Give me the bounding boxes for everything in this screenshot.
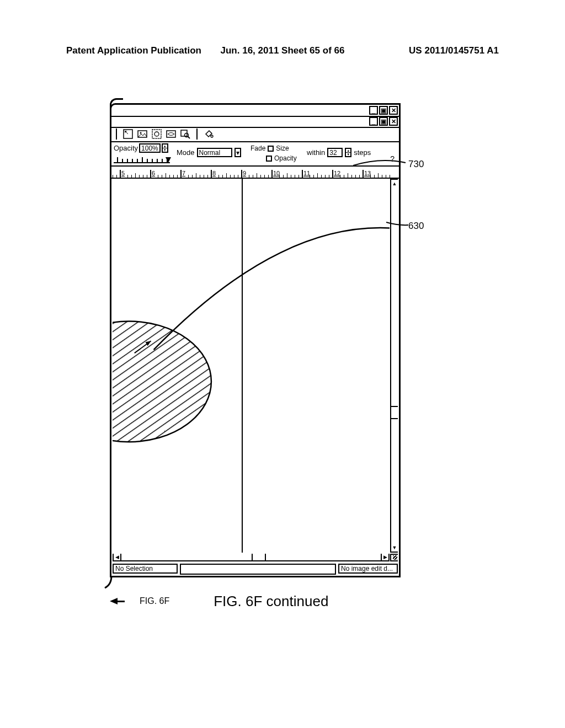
svg-line-8 — [188, 137, 190, 139]
scroll-down-icon[interactable]: ▼ — [391, 544, 398, 552]
horizontal-scrollbar[interactable]: ◀ ▶ — [113, 554, 390, 561]
options-bar: Opacity 100% ▲▼ Mode Normal ▾ — [113, 142, 398, 164]
status-selection: No Selection — [113, 564, 178, 574]
within-label: within — [307, 148, 325, 157]
mode-dropdown[interactable]: Normal — [197, 148, 232, 157]
svg-point-9 — [211, 135, 213, 137]
help-icon[interactable]: ? — [390, 154, 395, 163]
ruler-unit: 8 — [211, 167, 241, 178]
opacity-field[interactable]: 100% — [139, 143, 161, 153]
fade-size-checkbox[interactable] — [268, 146, 274, 152]
toolbar-separator — [196, 129, 198, 140]
figure-caption-row: FIG. 6F FIG. 6F continued — [110, 590, 401, 612]
svg-rect-3 — [152, 130, 161, 138]
toolbar — [114, 128, 214, 140]
callout-630: 630 — [408, 221, 424, 232]
ruler-unit: 13 — [363, 167, 393, 178]
ruler-unit: 12 — [332, 167, 363, 178]
figure-title: FIG. 6F continued — [214, 593, 328, 610]
inner-window-controls: _ ▣ ✕ — [369, 117, 398, 126]
ruler-unit: 9 — [241, 167, 271, 178]
ruler-unit: 4 — [111, 167, 120, 178]
ruler-unit: 6 — [150, 167, 180, 178]
header-left: Patent Application Publication — [66, 45, 210, 56]
steps-field[interactable]: 32 — [327, 148, 343, 157]
mode-label: Mode — [177, 148, 195, 157]
fade-opacity-checkbox[interactable] — [266, 156, 272, 162]
svg-point-4 — [154, 132, 159, 136]
ruler-unit: 10 — [271, 167, 302, 178]
opacity-slider[interactable] — [114, 154, 170, 163]
opacity2-label: Opacity — [274, 154, 297, 162]
callout-730: 730 — [408, 159, 424, 170]
zoom-tool-icon[interactable] — [180, 129, 191, 140]
app-window: _ ▣ ✕ _ ▣ ✕ Opacity 100% ▲▼ — [110, 103, 401, 577]
preview-tool-icon[interactable] — [166, 129, 177, 140]
ruler-unit: 5 — [120, 167, 150, 178]
status-bar: No Selection No image edit d... — [113, 564, 398, 575]
close-button[interactable]: ✕ — [389, 106, 398, 115]
image-tool-icon[interactable] — [137, 129, 148, 140]
status-middle — [180, 564, 336, 575]
vertical-scrollbar[interactable]: ▲ ▼ — [390, 179, 398, 553]
frame-continuation-hook-icon — [104, 576, 114, 589]
frame-tool-icon[interactable] — [122, 129, 134, 140]
header-mid: Jun. 16, 2011 Sheet 65 of 66 — [210, 45, 354, 56]
doc-minimize-button[interactable]: _ — [369, 117, 378, 126]
opacity-label: Opacity — [114, 144, 138, 152]
doc-close-button[interactable]: ✕ — [389, 117, 398, 126]
mask-tool-icon[interactable] — [151, 129, 162, 140]
horizontal-ruler: 45678910111213 — [111, 167, 399, 178]
minimize-button[interactable]: _ — [369, 106, 378, 115]
dropdown-arrow-icon[interactable]: ▾ — [234, 148, 241, 157]
fill-tool-icon[interactable] — [203, 129, 214, 140]
canvas-drawing — [113, 179, 390, 553]
svg-point-2 — [140, 132, 142, 134]
scroll-right-icon[interactable]: ▶ — [381, 554, 388, 560]
doc-maximize-button[interactable]: ▣ — [379, 117, 388, 126]
resize-grip-icon[interactable] — [390, 554, 398, 561]
steps-stepper[interactable]: ▲▼ — [345, 148, 351, 157]
ruler-unit: 7 — [180, 167, 211, 178]
hscroll-thumb[interactable] — [252, 554, 266, 560]
page-boundary — [242, 179, 243, 553]
opacity-stepper[interactable]: ▲▼ — [162, 143, 168, 153]
vscroll-thumb[interactable] — [391, 406, 398, 419]
arrow-left-icon — [110, 598, 118, 604]
svg-point-12 — [113, 321, 211, 442]
page-header: Patent Application Publication Jun. 16, … — [0, 45, 565, 56]
header-right: US 2011/0145751 A1 — [355, 45, 499, 56]
size-label: Size — [276, 144, 289, 152]
fade-label: Fade — [250, 144, 265, 152]
toolbar-separator — [116, 129, 117, 140]
scroll-up-icon[interactable]: ▲ — [391, 180, 398, 188]
status-image-edit: No image edit d... — [338, 564, 398, 574]
figure-ref: FIG. 6F — [140, 596, 169, 606]
steps-label: steps — [354, 148, 371, 157]
maximize-button[interactable]: ▣ — [379, 106, 388, 115]
slider-thumb-icon[interactable] — [166, 157, 171, 163]
outer-window-controls: _ ▣ ✕ — [369, 106, 398, 115]
canvas[interactable] — [113, 179, 390, 553]
scroll-left-icon[interactable]: ◀ — [114, 554, 121, 560]
ruler-unit: 11 — [302, 167, 332, 178]
